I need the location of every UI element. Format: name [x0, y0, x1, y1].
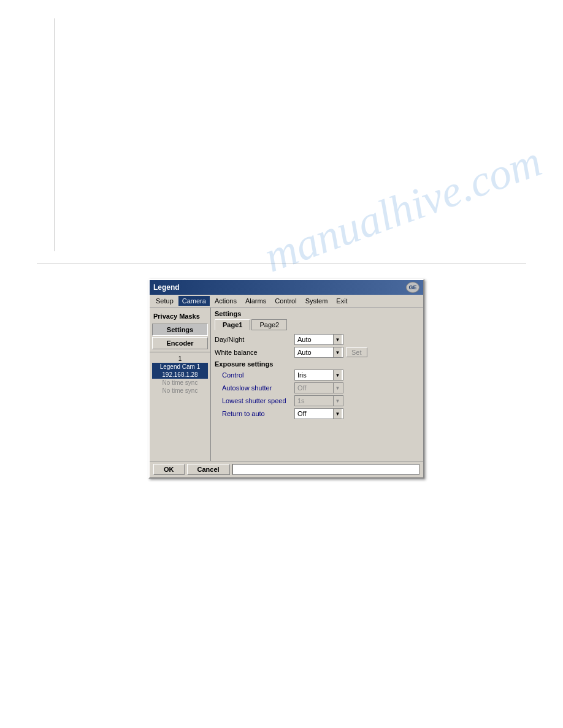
- horizontal-divider: [37, 264, 526, 264]
- tab-page2[interactable]: Page2: [251, 319, 287, 330]
- menu-exit[interactable]: Exit: [332, 296, 351, 306]
- cancel-button[interactable]: Cancel: [187, 464, 230, 475]
- control-row: Control Iris ▼: [215, 370, 419, 381]
- menu-control[interactable]: Control: [271, 296, 300, 306]
- menu-alarms[interactable]: Alarms: [242, 296, 270, 306]
- encoder-button[interactable]: Encoder: [152, 337, 208, 349]
- section-title: Settings: [215, 310, 419, 317]
- autoslow-dropdown[interactable]: Off ▼: [294, 382, 343, 393]
- white-balance-row: White balance Auto ▼ Set: [215, 347, 419, 358]
- day-night-row: Day/Night Auto ▼: [215, 334, 419, 345]
- camera-name[interactable]: Legend Cam 1: [152, 363, 208, 371]
- day-night-value: Auto: [296, 336, 333, 343]
- autoslow-label: Autoslow shutter: [215, 384, 294, 392]
- white-balance-dropdown[interactable]: Auto ▼: [294, 347, 343, 358]
- return-auto-dropdown[interactable]: Off ▼: [294, 408, 343, 419]
- control-value: Iris: [296, 371, 333, 379]
- bottom-area: OK Cancel: [150, 461, 423, 477]
- camera-info: 1 Legend Cam 1 192.168.1.28 No time sync…: [150, 352, 210, 397]
- settings-button[interactable]: Settings: [152, 324, 208, 336]
- lowest-shutter-arrow[interactable]: ▼: [333, 396, 342, 406]
- menu-actions[interactable]: Actions: [211, 296, 240, 306]
- return-auto-arrow[interactable]: ▼: [333, 409, 342, 419]
- lowest-shutter-label: Lowest shutter speed: [215, 397, 294, 404]
- content-area: Privacy Masks Settings Encoder 1 Legend …: [150, 308, 423, 461]
- time-sync-2: No time sync: [152, 387, 208, 395]
- return-auto-label: Return to auto: [215, 410, 294, 417]
- set-button[interactable]: Set: [346, 347, 367, 357]
- dialog-title: Legend: [153, 283, 180, 292]
- title-bar: Legend GE: [150, 280, 423, 295]
- exposure-title: Exposure settings: [215, 360, 419, 368]
- menu-bar: Setup Camera Actions Alarms Control Syst…: [150, 295, 423, 308]
- menu-system[interactable]: System: [302, 296, 332, 306]
- camera-number: 1: [152, 355, 208, 363]
- camera-ip[interactable]: 192.168.1.28: [152, 371, 208, 379]
- day-night-label: Day/Night: [215, 336, 294, 343]
- tab-page1[interactable]: Page1: [215, 319, 250, 330]
- autoslow-arrow[interactable]: ▼: [333, 383, 342, 393]
- control-arrow[interactable]: ▼: [333, 370, 342, 380]
- autoslow-value: Off: [296, 384, 333, 392]
- day-night-arrow[interactable]: ▼: [333, 335, 342, 344]
- exposure-section: Exposure settings Control Iris ▼ Autoslo…: [215, 360, 419, 419]
- sidebar-title: Privacy Masks: [150, 310, 210, 322]
- time-sync-1: No time sync: [152, 379, 208, 387]
- autoslow-row: Autoslow shutter Off ▼: [215, 382, 419, 393]
- menu-camera[interactable]: Camera: [178, 296, 210, 306]
- left-sidebar: Privacy Masks Settings Encoder 1 Legend …: [150, 308, 211, 461]
- ok-button[interactable]: OK: [153, 464, 185, 475]
- return-auto-row: Return to auto Off ▼: [215, 408, 419, 419]
- watermark: manualhive.com: [258, 135, 548, 282]
- right-panel: Settings Page1 Page2 Day/Night Auto ▼ Wh…: [211, 308, 423, 461]
- status-bar: [232, 464, 419, 475]
- white-balance-label: White balance: [215, 349, 294, 356]
- control-dropdown[interactable]: Iris ▼: [294, 370, 343, 381]
- lowest-shutter-dropdown[interactable]: 1s ▼: [294, 395, 343, 406]
- lowest-shutter-value: 1s: [296, 397, 333, 404]
- main-dialog: Legend GE Setup Camera Actions Alarms Co…: [148, 279, 424, 479]
- day-night-dropdown[interactable]: Auto ▼: [294, 334, 343, 345]
- tabs: Page1 Page2: [215, 319, 419, 330]
- menu-setup[interactable]: Setup: [152, 296, 177, 306]
- lowest-shutter-row: Lowest shutter speed 1s ▼: [215, 395, 419, 406]
- ge-logo: GE: [406, 282, 419, 293]
- vertical-decoration: [54, 18, 55, 251]
- white-balance-value: Auto: [296, 349, 333, 356]
- white-balance-arrow[interactable]: ▼: [333, 347, 342, 357]
- control-label: Control: [215, 371, 294, 379]
- return-auto-value: Off: [296, 410, 333, 417]
